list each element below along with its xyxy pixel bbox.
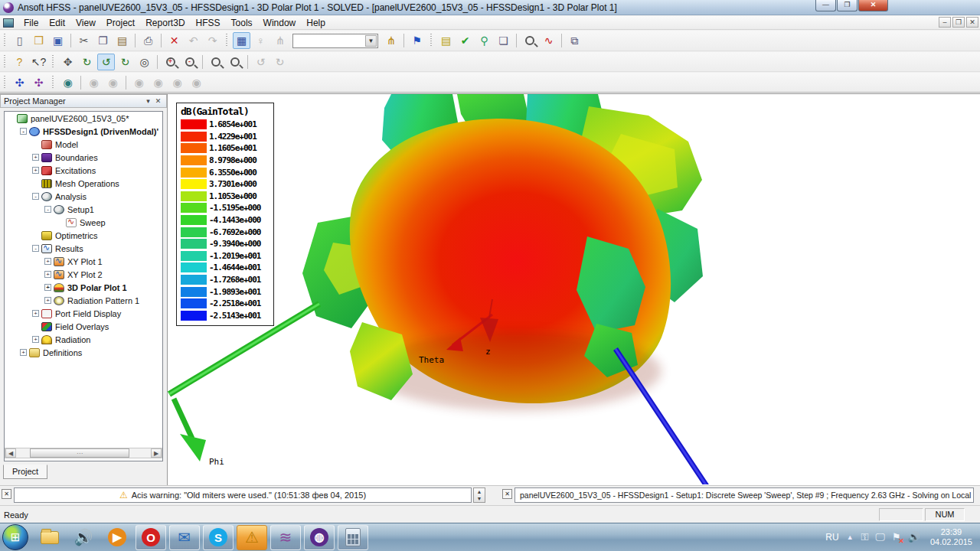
close-button[interactable]: ✕ bbox=[858, 0, 888, 11]
mail-icon[interactable]: ✉ bbox=[169, 525, 200, 550]
tree-item[interactable]: +XY Plot 2 bbox=[5, 268, 162, 281]
title-bar[interactable]: Ansoft HFSS - panelUVE2600_15V3_05 - HFS… bbox=[0, 0, 980, 15]
collapse-icon[interactable]: - bbox=[44, 206, 51, 213]
maximize-button[interactable]: ❐ bbox=[837, 0, 858, 11]
tree-item[interactable]: +3D Polar Plot 1 bbox=[5, 281, 162, 294]
toolbar-grip[interactable] bbox=[2, 76, 8, 90]
validate-icon[interactable]: ▤ bbox=[437, 32, 455, 49]
progress-close-icon[interactable]: ✕ bbox=[502, 489, 512, 499]
solution-data-icon[interactable] bbox=[521, 32, 538, 49]
rotate-screen-icon[interactable]: ↻ bbox=[116, 54, 134, 70]
results-icon[interactable]: ❏ bbox=[495, 32, 512, 49]
tree-item[interactable]: +Excitations bbox=[5, 164, 162, 177]
help-icon[interactable]: ? bbox=[11, 54, 28, 70]
action-center-flag-icon[interactable]: ⚑✕ bbox=[892, 531, 901, 543]
expand-icon[interactable]: + bbox=[44, 258, 51, 265]
menu-edit[interactable]: Edit bbox=[44, 16, 70, 30]
toolbar-grip[interactable] bbox=[2, 55, 8, 69]
mdi-restore-button[interactable]: ❐ bbox=[952, 17, 965, 28]
expand-icon[interactable]: + bbox=[32, 336, 39, 343]
taskbar-clock[interactable]: 23:39 04.02.2015 bbox=[930, 527, 972, 547]
report-icon[interactable]: ∿ bbox=[540, 32, 557, 49]
media-player-icon[interactable]: ▶ bbox=[102, 525, 132, 550]
tree-item[interactable]: -Results bbox=[5, 242, 162, 255]
mesh-display-icon[interactable]: ✣ bbox=[30, 74, 47, 91]
zoom-window-icon[interactable] bbox=[207, 54, 224, 70]
pan-icon[interactable]: ✥ bbox=[59, 54, 77, 70]
message-close-icon[interactable]: ✕ bbox=[2, 489, 11, 499]
menu-help[interactable]: Help bbox=[301, 16, 331, 30]
tree-item[interactable]: Model bbox=[5, 138, 162, 151]
explorer-icon[interactable] bbox=[34, 525, 65, 550]
expand-icon[interactable]: + bbox=[20, 349, 27, 356]
expand-icon[interactable]: + bbox=[32, 167, 39, 174]
print-icon[interactable]: ⎙ bbox=[139, 32, 157, 49]
rotate-model-icon[interactable]: ↺ bbox=[97, 54, 115, 70]
tree-item[interactable]: -Setup1 bbox=[5, 203, 162, 216]
collapse-icon[interactable]: - bbox=[32, 245, 39, 252]
tree-item[interactable]: Sweep bbox=[5, 216, 162, 229]
scroll-left-icon[interactable]: ◀ bbox=[5, 448, 16, 458]
analyze-icon[interactable]: ✔ bbox=[456, 32, 474, 49]
message-spinner[interactable]: ▲▼ bbox=[473, 487, 485, 503]
cut-icon[interactable]: ✂ bbox=[75, 32, 93, 49]
menu-hfss[interactable]: HFSS bbox=[191, 16, 226, 30]
optimetrics-icon[interactable]: ⚲ bbox=[475, 32, 493, 49]
boundary-display-icon[interactable]: ✣ bbox=[11, 74, 28, 91]
panel-close-icon[interactable]: ✕ bbox=[153, 96, 163, 106]
rotate-center-icon[interactable]: ↻ bbox=[78, 54, 96, 70]
volume-app-icon[interactable]: 🔊 bbox=[68, 525, 99, 550]
toolbar-grip[interactable] bbox=[51, 76, 56, 90]
tray-volume-icon[interactable]: 🔊 bbox=[908, 531, 920, 543]
scroll-right-icon[interactable]: ▶ bbox=[151, 448, 162, 458]
menu-file[interactable]: File bbox=[18, 16, 44, 30]
copy-icon[interactable]: ❐ bbox=[94, 32, 112, 49]
copy-image-icon[interactable]: ⧉ bbox=[566, 32, 583, 49]
context-help-icon[interactable]: ↖? bbox=[30, 54, 47, 70]
tree-item[interactable]: -Analysis bbox=[5, 190, 162, 203]
mdi-minimize-button[interactable]: – bbox=[939, 17, 951, 28]
opera-icon[interactable]: O bbox=[136, 525, 166, 550]
language-indicator[interactable]: RU bbox=[825, 532, 838, 543]
expand-icon[interactable]: + bbox=[44, 297, 51, 304]
skype-icon[interactable]: S bbox=[203, 525, 234, 550]
expand-icon[interactable]: + bbox=[32, 154, 39, 161]
toolbar-grip[interactable] bbox=[2, 34, 8, 47]
orbit-icon[interactable]: ◎ bbox=[136, 54, 153, 70]
new-icon[interactable]: ▯ bbox=[11, 32, 28, 49]
expand-icon[interactable]: + bbox=[32, 310, 39, 317]
tree-item[interactable]: -HFSSDesign1 (DrivenModal)' bbox=[5, 125, 162, 138]
collapse-icon[interactable]: - bbox=[32, 193, 39, 200]
zoom-in-icon[interactable]: + bbox=[162, 54, 179, 70]
show-hide-icon[interactable]: ◉ bbox=[59, 74, 77, 91]
open-icon[interactable]: ❒ bbox=[30, 32, 47, 49]
toolbar-grip[interactable] bbox=[51, 55, 56, 69]
material-combo[interactable]: ▼ bbox=[292, 34, 378, 48]
toolbar-grip[interactable] bbox=[429, 34, 434, 47]
collapse-icon[interactable]: - bbox=[20, 128, 27, 135]
network-icon[interactable]: 🖵 bbox=[876, 531, 886, 543]
tree-item[interactable]: +XY Plot 1 bbox=[5, 255, 162, 268]
model-tree-icon[interactable]: ⋔ bbox=[382, 32, 400, 49]
select-object-icon[interactable]: ▦ bbox=[233, 32, 250, 49]
solve-setup-icon[interactable]: ⚑ bbox=[408, 32, 426, 49]
tree-item[interactable]: +Port Field Display bbox=[5, 307, 162, 320]
save-icon[interactable]: ▣ bbox=[49, 32, 67, 49]
designer-icon[interactable]: ≋ bbox=[270, 525, 301, 550]
minimize-button[interactable]: — bbox=[815, 0, 836, 11]
radiation-pattern-3d[interactable]: Theta Phi z bbox=[168, 94, 980, 484]
calculator-icon[interactable] bbox=[338, 525, 368, 550]
project-tab[interactable]: Project bbox=[3, 465, 47, 479]
menu-view[interactable]: View bbox=[70, 16, 101, 30]
power-plug-icon[interactable]: ⚿ bbox=[861, 531, 869, 543]
hidden-icons-caret[interactable]: ▲ bbox=[847, 533, 854, 541]
zoom-out-icon[interactable]: - bbox=[181, 54, 198, 70]
tree-item[interactable]: +Radiation Pattern 1 bbox=[5, 294, 162, 307]
combo-arrow-icon[interactable]: ▼ bbox=[365, 35, 377, 47]
start-button[interactable]: ⊞ bbox=[2, 524, 28, 550]
tree-item[interactable]: +Radiation bbox=[5, 333, 162, 346]
hfss-app-icon[interactable]: ⚠ bbox=[237, 525, 267, 550]
paste-icon[interactable]: ▤ bbox=[113, 32, 131, 49]
tree-horizontal-scrollbar[interactable]: ◀ ⋯ ▶ bbox=[5, 448, 162, 458]
tree-item[interactable]: +Boundaries bbox=[5, 151, 162, 164]
